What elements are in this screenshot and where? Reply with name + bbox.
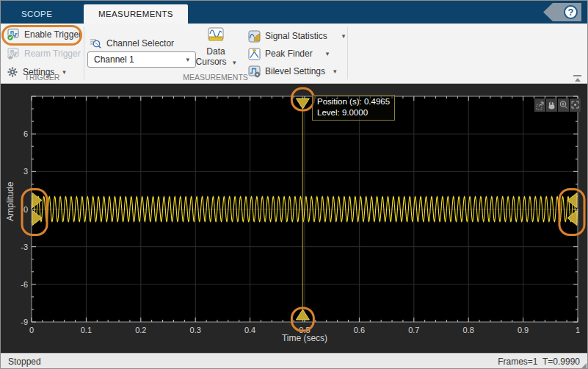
chevron-down-icon: ▾ bbox=[233, 59, 236, 66]
chevron-down-icon: ▾ bbox=[326, 50, 330, 57]
channel-dropdown[interactable]: Channel 1 ▾ bbox=[87, 51, 196, 68]
fit-view-icon bbox=[574, 104, 576, 106]
x-axis-label: Time (secs) bbox=[32, 333, 578, 343]
channel-selector-icon bbox=[89, 37, 102, 50]
help-icon: ? bbox=[564, 5, 578, 19]
y-axis-label: Amplitude bbox=[5, 128, 17, 275]
section-divider bbox=[347, 27, 348, 79]
peak-finder-icon bbox=[248, 48, 261, 60]
rearm-trigger-label: Rearm Trigger bbox=[24, 49, 81, 59]
toolstrip-tab-bar: SCOPE MEASUREMENTS ? bbox=[1, 1, 587, 24]
scope-display-panel: 00.10.20.30.40.50.60.70.80.91630-3-6-9 P… bbox=[1, 84, 587, 353]
enable-trigger-label: Enable Trigger bbox=[24, 29, 81, 40]
enable-trigger-button[interactable]: Enable Trigger bbox=[7, 26, 81, 43]
channel-selector-button[interactable]: Channel Selector bbox=[89, 35, 174, 51]
status-bar: Stopped Frames=1 T=0.9990 bbox=[1, 353, 587, 369]
collapse-toolstrip-icon[interactable] bbox=[573, 75, 582, 82]
measurements-section-label: MEASUREMENTS bbox=[84, 73, 347, 82]
tab-scope[interactable]: SCOPE bbox=[7, 4, 67, 24]
scope-window: SCOPE MEASUREMENTS ? Enable Trigger bbox=[0, 0, 588, 369]
trigger-section-label: TRIGGER bbox=[1, 73, 84, 82]
data-cursors-label-line2: Cursors ▾ bbox=[190, 57, 242, 68]
frames-time-readout: Frames=1 T=0.9990 bbox=[498, 357, 580, 367]
trigger-tooltip-level: Level: 9.0000 bbox=[317, 107, 390, 118]
signal-statistics-icon bbox=[248, 30, 261, 43]
chevron-down-icon: ▾ bbox=[186, 56, 189, 63]
channel-dropdown-value: Channel 1 bbox=[94, 54, 178, 65]
toolstrip: Enable Trigger Rearm Trigger Settings ▾ … bbox=[1, 24, 587, 84]
signal-statistics-button[interactable]: Signal Statistics ▾ bbox=[248, 28, 345, 44]
signal-statistics-label: Signal Statistics bbox=[265, 31, 327, 41]
tab-measurements[interactable]: MEASUREMENTS bbox=[84, 4, 188, 24]
resize-grip[interactable] bbox=[581, 363, 587, 369]
trigger-tooltip: Position (s): 0.4965 Level: 9.0000 bbox=[312, 95, 395, 121]
y-tick-label: -3 bbox=[21, 243, 28, 251]
chevron-down-icon: ▾ bbox=[342, 32, 346, 40]
data-cursors-button[interactable]: Data Cursors ▾ bbox=[190, 27, 242, 68]
y-tick-label: -6 bbox=[21, 280, 28, 289]
help-button[interactable]: ? bbox=[543, 3, 581, 21]
y-tick-label: -9 bbox=[21, 318, 28, 326]
rearm-trigger-button: Rearm Trigger bbox=[7, 46, 81, 62]
section-divider bbox=[84, 27, 84, 79]
scope-plot-area[interactable]: 00.10.20.30.40.50.60.70.80.91630-3-6-9 bbox=[1, 84, 588, 353]
data-cursors-icon bbox=[207, 27, 225, 44]
rearm-trigger-icon bbox=[7, 47, 20, 60]
channel-selector-label: Channel Selector bbox=[106, 38, 174, 49]
y-tick-label: 6 bbox=[23, 129, 28, 138]
peak-finder-button[interactable]: Peak Finder ▾ bbox=[248, 46, 329, 62]
y-tick-label: 3 bbox=[23, 167, 28, 176]
enable-trigger-icon bbox=[7, 28, 20, 41]
data-cursors-label-line1: Data bbox=[190, 46, 242, 57]
status-text: Stopped bbox=[8, 357, 41, 367]
y-tick-label: 0 bbox=[23, 205, 28, 214]
trigger-tooltip-position: Position (s): 0.4965 bbox=[317, 96, 390, 107]
pan-icon bbox=[549, 105, 555, 110]
peak-finder-label: Peak Finder bbox=[265, 49, 313, 59]
